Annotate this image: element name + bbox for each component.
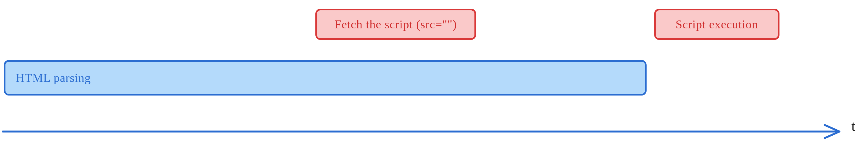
script-loading-timeline-diagram: Fetch the script (src="") Script executi… — [0, 0, 868, 149]
time-axis-label: t — [851, 118, 855, 134]
script-execution-label: Script execution — [676, 18, 758, 31]
arrow-icon — [3, 123, 847, 140]
html-parsing-label: HTML parsing — [16, 71, 91, 85]
time-axis — [3, 123, 847, 140]
fetch-script-label: Fetch the script (src="") — [335, 18, 457, 31]
script-execution-box: Script execution — [654, 9, 779, 40]
html-parsing-box: HTML parsing — [4, 60, 647, 96]
fetch-script-box: Fetch the script (src="") — [315, 9, 476, 40]
